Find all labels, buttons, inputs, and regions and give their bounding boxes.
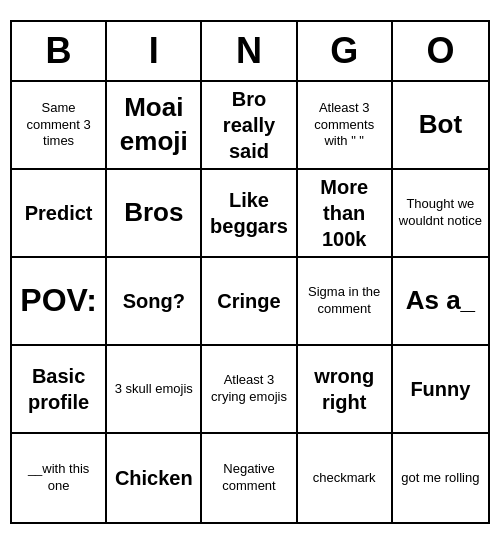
bingo-cell-22[interactable]: Negative comment bbox=[202, 434, 297, 522]
bingo-cell-13[interactable]: Sigma in the comment bbox=[298, 258, 393, 346]
bingo-cell-12[interactable]: Cringe bbox=[202, 258, 297, 346]
header-letter-i: I bbox=[107, 22, 202, 80]
bingo-cell-20[interactable]: __with this one bbox=[12, 434, 107, 522]
header-letter-g: G bbox=[298, 22, 393, 80]
bingo-cell-15[interactable]: Basic profile bbox=[12, 346, 107, 434]
bingo-cell-11[interactable]: Song? bbox=[107, 258, 202, 346]
bingo-cell-18[interactable]: wrong right bbox=[298, 346, 393, 434]
bingo-cell-7[interactable]: Like beggars bbox=[202, 170, 297, 258]
header-letter-n: N bbox=[202, 22, 297, 80]
bingo-cell-9[interactable]: Thought we wouldnt notice bbox=[393, 170, 488, 258]
bingo-cell-1[interactable]: Moai emoji bbox=[107, 82, 202, 170]
bingo-cell-6[interactable]: Bros bbox=[107, 170, 202, 258]
bingo-cell-3[interactable]: Atleast 3 comments with " " bbox=[298, 82, 393, 170]
bingo-card: BINGO Same comment 3 timesMoai emojiBro … bbox=[10, 20, 490, 524]
bingo-header: BINGO bbox=[12, 22, 488, 82]
bingo-cell-10[interactable]: POV: bbox=[12, 258, 107, 346]
bingo-cell-23[interactable]: checkmark bbox=[298, 434, 393, 522]
bingo-cell-17[interactable]: Atleast 3 crying emojis bbox=[202, 346, 297, 434]
bingo-cell-19[interactable]: Funny bbox=[393, 346, 488, 434]
header-letter-o: O bbox=[393, 22, 488, 80]
bingo-cell-24[interactable]: got me rolling bbox=[393, 434, 488, 522]
header-letter-b: B bbox=[12, 22, 107, 80]
bingo-cell-5[interactable]: Predict bbox=[12, 170, 107, 258]
bingo-cell-0[interactable]: Same comment 3 times bbox=[12, 82, 107, 170]
bingo-cell-2[interactable]: Bro really said bbox=[202, 82, 297, 170]
bingo-cell-16[interactable]: 3 skull emojis bbox=[107, 346, 202, 434]
bingo-cell-4[interactable]: Bot bbox=[393, 82, 488, 170]
bingo-cell-14[interactable]: As a_ bbox=[393, 258, 488, 346]
bingo-cell-8[interactable]: More than 100k bbox=[298, 170, 393, 258]
bingo-grid: Same comment 3 timesMoai emojiBro really… bbox=[12, 82, 488, 522]
bingo-cell-21[interactable]: Chicken bbox=[107, 434, 202, 522]
